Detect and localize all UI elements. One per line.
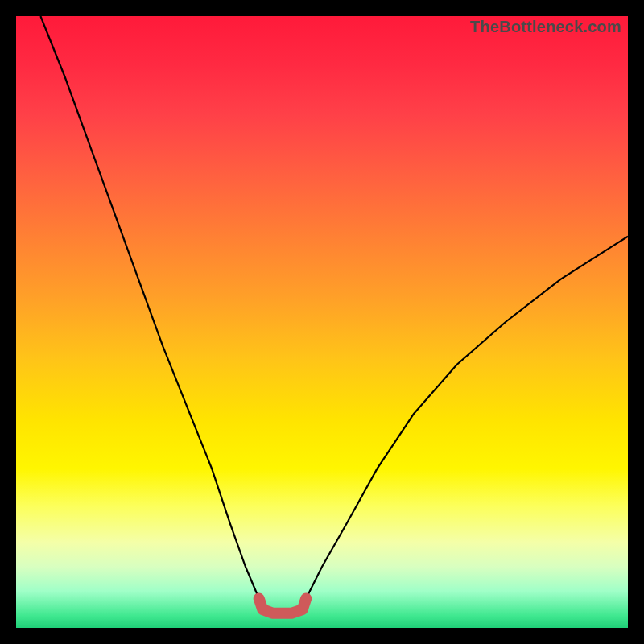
plot-area: TheBottleneck.com bbox=[16, 16, 628, 628]
watermark-text: TheBottleneck.com bbox=[470, 18, 621, 36]
right-curve bbox=[306, 237, 628, 599]
highlighted-minimum bbox=[259, 599, 307, 613]
chart-frame: TheBottleneck.com bbox=[0, 0, 644, 644]
left-curve bbox=[40, 16, 258, 599]
curve-overlay bbox=[16, 16, 628, 628]
